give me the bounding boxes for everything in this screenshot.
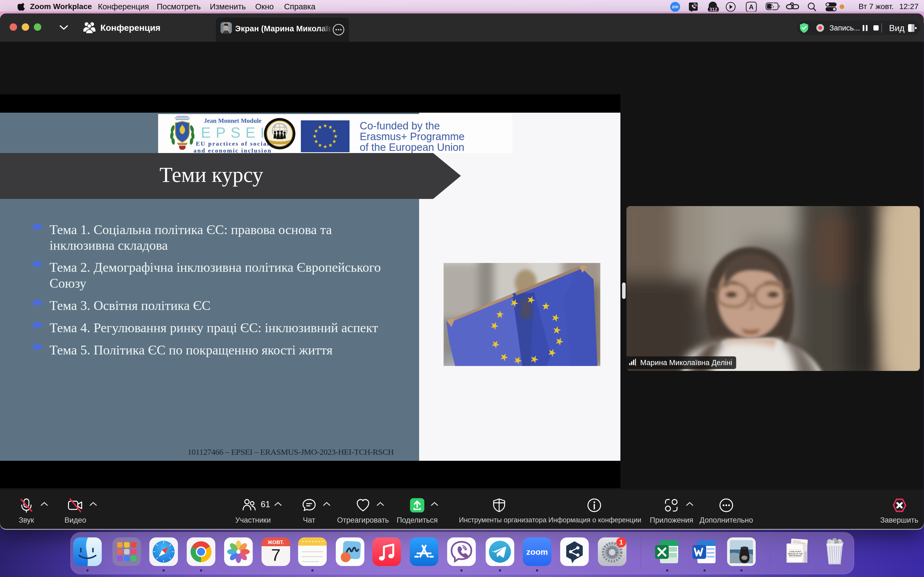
svg-text:ЖОВТ.: ЖОВТ. <box>267 539 284 545</box>
svg-text:A: A <box>749 3 753 11</box>
svg-text:zoom: zoom <box>527 547 548 556</box>
svg-text:1: 1 <box>619 538 623 546</box>
svg-text:RESTAURANT: RESTAURANT <box>789 555 801 557</box>
svg-text:7: 7 <box>271 545 281 564</box>
svg-text:RESCUE OF THE: RESCUE OF THE <box>788 553 803 555</box>
svg-text:CASE STUDY: CASE STUDY <box>790 551 801 553</box>
